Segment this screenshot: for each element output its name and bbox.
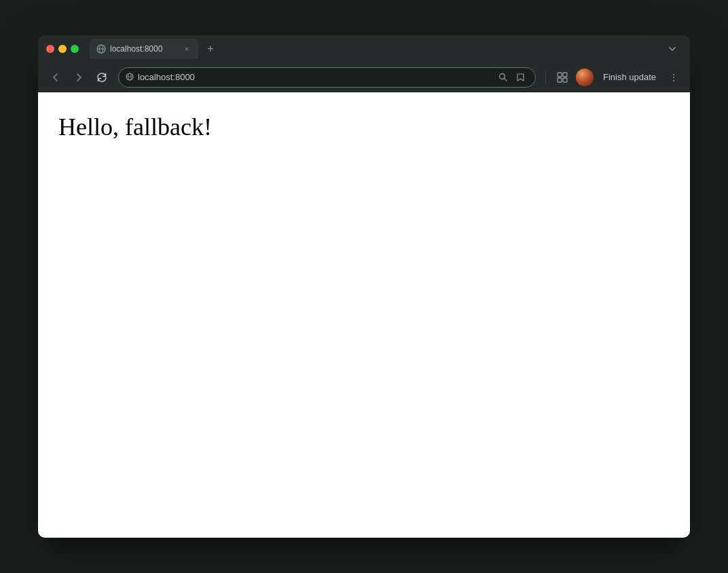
- page-content: Hello, fallback!: [38, 92, 690, 538]
- nav-divider: [545, 71, 546, 84]
- avatar[interactable]: [576, 69, 594, 86]
- back-button[interactable]: [46, 68, 65, 87]
- address-text: localhost:8000: [138, 72, 492, 82]
- minimize-button[interactable]: [58, 45, 67, 53]
- tab-favicon-icon: [96, 44, 106, 54]
- title-bar: localhost:8000 × +: [38, 35, 690, 62]
- forward-button[interactable]: [69, 68, 88, 87]
- avatar-image: [576, 69, 594, 86]
- refresh-button[interactable]: [92, 68, 111, 87]
- more-options-button[interactable]: ⋮: [666, 69, 682, 86]
- tab-dropdown-button[interactable]: [663, 39, 682, 58]
- svg-line-7: [505, 79, 507, 81]
- svg-rect-9: [563, 73, 567, 77]
- security-icon: [126, 73, 134, 82]
- address-actions: [496, 70, 528, 85]
- finish-update-button[interactable]: Finish update: [598, 69, 661, 85]
- active-tab[interactable]: localhost:8000 ×: [90, 39, 198, 59]
- bookmark-icon[interactable]: [513, 70, 528, 85]
- svg-rect-11: [563, 78, 567, 82]
- address-bar[interactable]: localhost:8000: [118, 67, 536, 88]
- page-heading: Hello, fallback!: [58, 113, 670, 141]
- tab-title: localhost:8000: [110, 44, 178, 54]
- browser-window: localhost:8000 × +: [38, 35, 690, 538]
- close-button[interactable]: [46, 45, 54, 53]
- new-tab-button[interactable]: +: [201, 39, 220, 58]
- extensions-button[interactable]: [553, 68, 572, 87]
- tab-area: localhost:8000 × +: [90, 39, 682, 59]
- maximize-button[interactable]: [71, 45, 79, 53]
- svg-rect-8: [558, 73, 562, 77]
- tab-close-button[interactable]: ×: [182, 44, 192, 54]
- svg-rect-10: [558, 78, 562, 82]
- search-icon[interactable]: [496, 70, 511, 85]
- traffic-lights: [46, 45, 79, 53]
- nav-bar: localhost:8000: [38, 62, 690, 92]
